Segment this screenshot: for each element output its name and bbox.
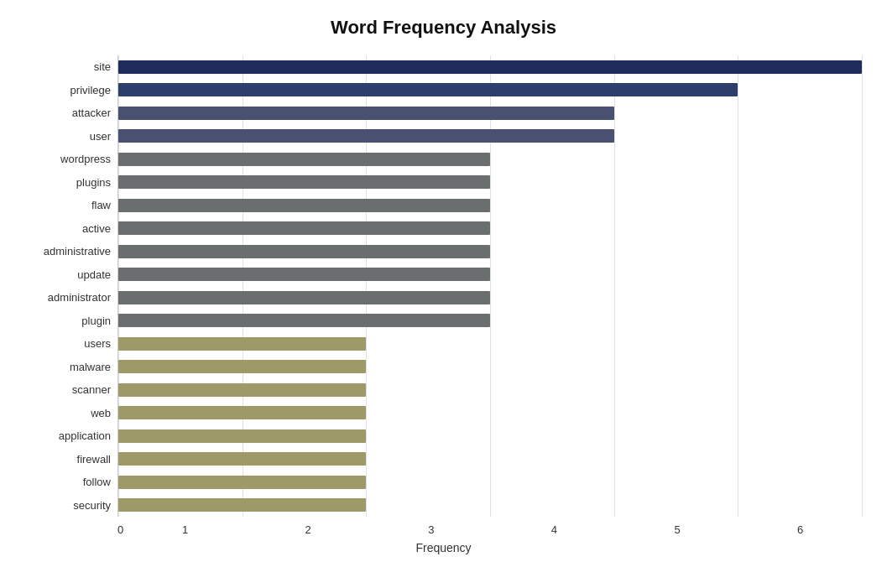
y-label: web [91, 402, 111, 425]
bar [118, 199, 490, 212]
y-label: follow [83, 471, 111, 494]
bar-row [118, 402, 862, 425]
y-label: users [84, 332, 111, 356]
y-label: administrator [48, 286, 111, 310]
y-label: active [82, 217, 111, 241]
bar [118, 383, 366, 397]
bar [118, 291, 490, 304]
bar-row [118, 310, 862, 333]
bar-row [118, 101, 862, 125]
y-label: wordpress [60, 148, 111, 171]
x-tick-label: 0 [117, 523, 123, 536]
y-label: malware [70, 356, 111, 379]
chart-container: siteprivilegeattackeruserwordpressplugin… [25, 55, 862, 554]
y-label: site [94, 55, 111, 79]
bar-row [118, 448, 862, 471]
x-tick-label: 4 [493, 523, 616, 536]
bar-row [118, 471, 862, 494]
x-tick-label: 1 [123, 523, 247, 536]
bar-row [118, 378, 862, 402]
bar [118, 221, 490, 235]
bar [118, 314, 490, 327]
x-labels: 0123456 [117, 520, 862, 536]
bar-row [118, 240, 862, 263]
y-label: user [90, 125, 111, 148]
bar [118, 476, 366, 489]
bars-and-grid [117, 55, 862, 517]
bar [118, 107, 614, 120]
y-label: plugins [76, 171, 111, 195]
y-label: firewall [77, 448, 111, 471]
bar-row [118, 125, 862, 148]
bar-row [118, 263, 862, 287]
bar-row [118, 424, 862, 448]
x-axis-title: Frequency [25, 541, 862, 554]
bar [118, 83, 738, 96]
x-tick-label: 2 [247, 523, 370, 536]
bar-row [118, 55, 862, 79]
bar-row [118, 194, 862, 217]
bar-row [118, 332, 862, 356]
x-tick-label: 5 [616, 523, 739, 536]
y-labels: siteprivilegeattackeruserwordpressplugin… [25, 55, 117, 517]
bar [118, 60, 862, 74]
bar [118, 452, 366, 466]
x-tick-label: 3 [369, 523, 493, 536]
bar [118, 153, 490, 166]
bar-rows [118, 55, 862, 517]
bar [118, 245, 490, 258]
bar [118, 429, 366, 443]
bar [118, 360, 366, 373]
bar-row [118, 286, 862, 310]
bar [118, 268, 490, 281]
bar [118, 337, 366, 351]
y-label: security [73, 494, 111, 518]
bar [118, 129, 614, 143]
bar-row [118, 79, 862, 102]
bar-row [118, 494, 862, 518]
bar [118, 175, 490, 189]
y-label: plugin [81, 310, 111, 333]
y-label: application [59, 424, 111, 448]
y-label: administrative [44, 240, 111, 263]
bar [118, 406, 366, 419]
y-label: attacker [72, 101, 111, 125]
bars-section: siteprivilegeattackeruserwordpressplugin… [25, 55, 862, 517]
y-label: privilege [70, 79, 111, 102]
bar-row [118, 148, 862, 171]
chart-title: Word Frequency Analysis [331, 17, 556, 39]
grid-line [862, 55, 863, 517]
bar [118, 498, 366, 512]
x-tick-label: 6 [738, 523, 862, 536]
bar-row [118, 217, 862, 241]
y-label: update [77, 263, 111, 287]
x-axis-area: 0123456 [25, 520, 862, 536]
bar-row [118, 356, 862, 379]
bar-row [118, 171, 862, 195]
y-label: flaw [91, 194, 111, 217]
y-label: scanner [72, 378, 111, 402]
